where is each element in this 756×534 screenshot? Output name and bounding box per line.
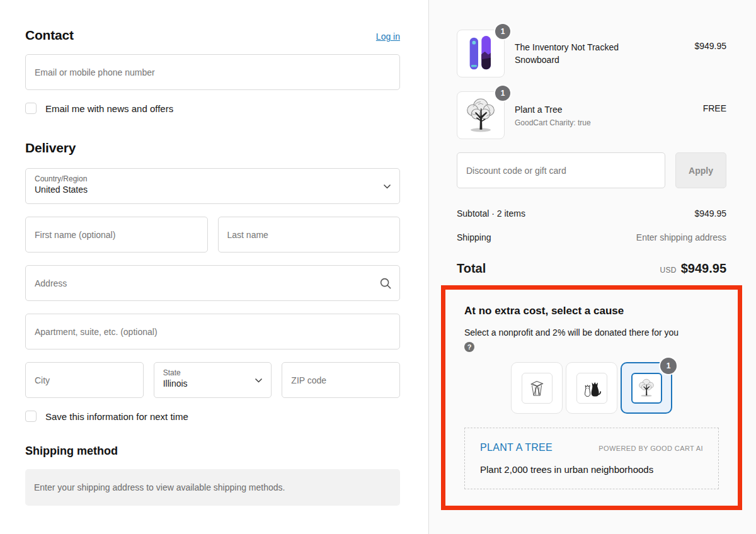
item-price: FREE bbox=[703, 103, 726, 113]
state-select-value: Illinois bbox=[163, 378, 249, 389]
name-row bbox=[25, 217, 400, 253]
apply-discount-button[interactable]: Apply bbox=[675, 152, 726, 188]
quantity-badge: 1 bbox=[495, 86, 510, 101]
cause-option-waste-bin[interactable] bbox=[511, 362, 563, 414]
address-row bbox=[25, 265, 400, 301]
selected-cause-badge: 1 bbox=[660, 358, 677, 374]
address-input[interactable] bbox=[25, 265, 400, 301]
zip-input[interactable] bbox=[282, 362, 400, 398]
selected-cause-details: PLANT A TREE POWERED BY GOOD CART AI Pla… bbox=[464, 428, 719, 489]
search-icon bbox=[379, 277, 392, 290]
total-right: USD $949.95 bbox=[660, 261, 726, 276]
save-info-checkbox[interactable] bbox=[25, 411, 37, 422]
tree-icon bbox=[636, 377, 657, 399]
cart-item: 1 The Inventory Not Tracked Snowboard $9… bbox=[457, 30, 726, 77]
subtotal-value: $949.95 bbox=[694, 208, 726, 219]
order-summary-panel: 1 The Inventory Not Tracked Snowboard $9… bbox=[429, 0, 756, 534]
cause-subtext: Select a nonprofit and 2% will be donate… bbox=[464, 326, 719, 339]
tree-image bbox=[461, 95, 501, 135]
selected-cause-header: PLANT A TREE POWERED BY GOOD CART AI bbox=[480, 442, 703, 453]
country-select-label: Country/Region bbox=[35, 174, 377, 183]
shipping-method-heading: Shipping method bbox=[25, 445, 400, 458]
discount-row: Apply bbox=[457, 152, 726, 188]
item-price: $949.95 bbox=[694, 41, 726, 51]
cause-option-plant-a-tree[interactable]: 1 bbox=[621, 362, 672, 414]
waste-bin-icon bbox=[525, 377, 548, 399]
chevron-down-icon bbox=[383, 184, 391, 189]
last-name-input[interactable] bbox=[218, 217, 401, 253]
cat-and-dog-icon bbox=[580, 377, 603, 399]
item-info: The Inventory Not Tracked Snowboard $949… bbox=[515, 41, 726, 67]
shipping-label: Shipping bbox=[457, 232, 491, 242]
state-select-label: State bbox=[163, 368, 249, 377]
selected-cause-name: PLANT A TREE bbox=[480, 442, 553, 453]
quantity-badge: 1 bbox=[495, 24, 510, 39]
subtotal-row: Subtotal · 2 items $949.95 bbox=[457, 208, 726, 219]
item-title: Plant a Tree bbox=[515, 103, 591, 116]
cause-option-animals[interactable] bbox=[566, 362, 617, 414]
shipping-method-notice: Enter your shipping address to view avai… bbox=[25, 469, 400, 506]
shipping-value: Enter shipping address bbox=[636, 232, 726, 242]
cause-option-thumb bbox=[631, 373, 662, 404]
cause-option-thumb bbox=[576, 373, 607, 404]
news-offers-checkbox[interactable] bbox=[25, 103, 37, 114]
city-state-zip-row: State Illinois bbox=[25, 362, 400, 398]
cart-item: 1 Plant a Tree GoodCart Charity: true FR… bbox=[457, 91, 726, 139]
state-select[interactable]: State Illinois bbox=[154, 362, 272, 398]
checkout-form-panel: Contact Log in Email me with news and of… bbox=[0, 0, 429, 534]
total-value: $949.95 bbox=[681, 261, 726, 276]
cause-option-thumb bbox=[522, 373, 553, 404]
login-link[interactable]: Log in bbox=[376, 31, 400, 42]
item-info: Plant a Tree GoodCart Charity: true FREE bbox=[515, 103, 726, 127]
cause-heading: At no extra cost, select a cause bbox=[464, 305, 719, 317]
subtotal-label: Subtotal · 2 items bbox=[457, 208, 525, 219]
powered-by-label: POWERED BY GOOD CART AI bbox=[598, 445, 703, 452]
country-select-value: United States bbox=[35, 185, 377, 195]
currency-code: USD bbox=[660, 266, 676, 275]
shipping-row: Shipping Enter shipping address bbox=[457, 232, 726, 242]
cause-widget-highlight: At no extra cost, select a cause Select … bbox=[441, 285, 742, 510]
country-select[interactable]: Country/Region United States bbox=[25, 168, 400, 204]
email-input[interactable] bbox=[25, 54, 400, 90]
news-offers-label: Email me with news and offers bbox=[45, 103, 173, 114]
save-info-label: Save this information for next time bbox=[45, 411, 188, 422]
item-text-block: Plant a Tree GoodCart Charity: true bbox=[515, 103, 591, 127]
selected-cause-description: Plant 2,000 trees in urban neighborhoods bbox=[480, 464, 703, 475]
news-offers-row: Email me with news and offers bbox=[25, 103, 400, 114]
item-title: The Inventory Not Tracked Snowboard bbox=[515, 41, 634, 67]
first-name-input[interactable] bbox=[25, 217, 208, 253]
discount-code-input[interactable] bbox=[457, 152, 665, 188]
save-info-row: Save this information for next time bbox=[25, 411, 400, 422]
item-variant: GoodCart Charity: true bbox=[515, 118, 591, 127]
cause-options-row: 1 bbox=[464, 362, 719, 414]
city-input[interactable] bbox=[25, 362, 144, 398]
snowboard-image bbox=[461, 33, 501, 74]
contact-heading: Contact bbox=[25, 28, 74, 43]
question-mark-icon[interactable]: ? bbox=[464, 342, 474, 352]
contact-header-row: Contact Log in bbox=[25, 28, 400, 43]
product-thumbnail: 1 bbox=[457, 30, 505, 77]
product-thumbnail: 1 bbox=[457, 91, 505, 139]
total-label: Total bbox=[457, 261, 486, 276]
total-row: Total USD $949.95 bbox=[457, 261, 726, 276]
delivery-heading: Delivery bbox=[25, 140, 400, 156]
apartment-input[interactable] bbox=[25, 314, 400, 349]
chevron-down-icon bbox=[255, 378, 263, 383]
